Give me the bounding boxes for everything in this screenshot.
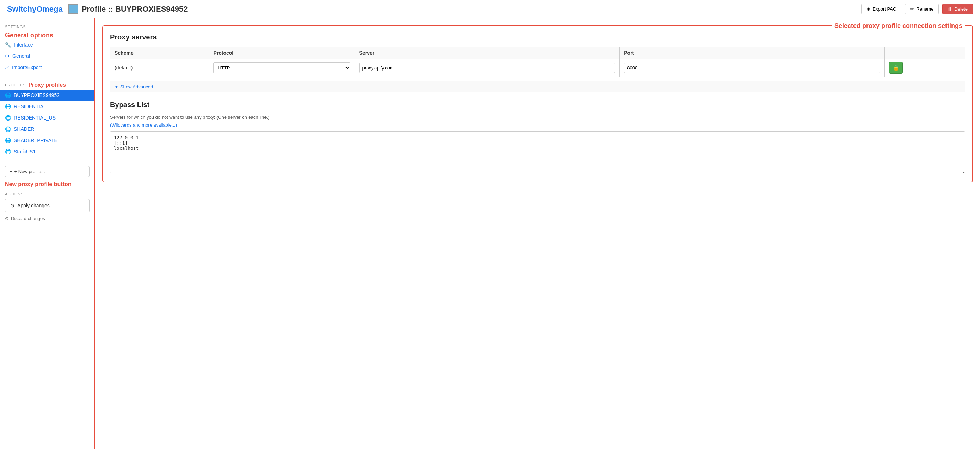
scheme-cell: (default)	[110, 59, 209, 77]
profile-title-area: Profile :: BUYPROXIES94952	[68, 4, 188, 14]
plus-icon: +	[10, 169, 12, 174]
general-options-annotation: General options	[0, 30, 94, 39]
discard-changes-link[interactable]: ⊙ Discard changes	[0, 214, 94, 223]
chevron-down-icon: ▼	[114, 84, 119, 89]
protocol-select[interactable]: HTTP HTTPS SOCKS4 SOCKS5	[213, 62, 350, 73]
main-layout: SETTINGS General options 🔧 Interface ⚙ G…	[0, 18, 980, 449]
show-advanced-link[interactable]: ▼ Show Advanced	[110, 81, 965, 92]
server-cell	[355, 59, 620, 77]
scheme-value: (default)	[115, 65, 132, 70]
protocol-cell: HTTP HTTPS SOCKS4 SOCKS5	[209, 59, 355, 77]
content-inner: Selected proxy profile connection settin…	[102, 25, 973, 182]
export-pac-button[interactable]: ⊕ Export PAC	[861, 3, 901, 14]
apply-changes-icon: ⊙	[10, 203, 14, 208]
sidebar-item-residential[interactable]: 🌐 RESIDENTIAL	[0, 101, 94, 112]
proxy-servers-table: Scheme Protocol Server Port (default)	[110, 47, 965, 77]
export-pac-label: Export PAC	[872, 6, 896, 12]
sidebar-divider	[0, 76, 94, 76]
profile-name-static-us1: StaticUS1	[14, 149, 36, 154]
sidebar-item-interface[interactable]: 🔧 Interface	[0, 39, 94, 51]
table-row: (default) HTTP HTTPS SOCKS4 SOCKS5	[110, 59, 965, 77]
lock-button[interactable]: 🔒	[889, 62, 903, 74]
protocol-header: Protocol	[209, 47, 355, 59]
profile-name-residential-us: RESIDENTIAL_US	[14, 115, 56, 121]
profile-name-residential: RESIDENTIAL	[14, 103, 46, 109]
sidebar-item-shader-private[interactable]: 🌐 SHADER_PRIVATE	[0, 135, 94, 146]
rename-icon: ✏	[910, 6, 914, 12]
apply-changes-button[interactable]: ⊙ Apply changes	[5, 199, 89, 212]
wildcards-link[interactable]: (Wildcards and more available...)	[110, 123, 177, 127]
globe-icon-residential: 🌐	[5, 103, 11, 109]
bypass-list-title: Bypass List	[110, 101, 965, 109]
globe-icon-buyproxies: 🌐	[5, 92, 11, 98]
port-input[interactable]	[624, 63, 880, 73]
header: SwitchyOmega Profile :: BUYPROXIES94952 …	[0, 0, 980, 18]
apply-changes-label: Apply changes	[17, 203, 50, 208]
proxy-servers-title: Proxy servers	[110, 33, 965, 41]
general-label: General	[12, 53, 30, 59]
bypass-textarea[interactable]: 127.0.0.1 [::1] localhost	[110, 131, 965, 173]
server-header: Server	[355, 47, 620, 59]
header-left: SwitchyOmega Profile :: BUYPROXIES94952	[7, 4, 188, 14]
port-cell	[620, 59, 885, 77]
scheme-header: Scheme	[110, 47, 209, 59]
export-pac-icon: ⊕	[867, 6, 870, 12]
discard-icon: ⊙	[5, 216, 9, 221]
globe-icon-shader: 🌐	[5, 126, 11, 132]
new-profile-label: + New profile...	[14, 169, 45, 174]
profile-title: Profile :: BUYPROXIES94952	[82, 5, 188, 14]
globe-icon-residential-us: 🌐	[5, 115, 11, 121]
sidebar-item-general[interactable]: ⚙ General	[0, 51, 94, 62]
profile-name-buyproxies: BUYPROXIES94952	[14, 92, 60, 98]
selected-label: Selected proxy profile connection settin…	[832, 22, 965, 30]
show-advanced-label: Show Advanced	[120, 84, 153, 89]
profile-color-icon	[68, 4, 78, 14]
wrench-icon: 🔧	[5, 42, 11, 48]
lock-icon: 🔒	[893, 65, 899, 70]
profiles-section-label: PROFILES	[5, 83, 25, 87]
new-profile-button[interactable]: + + New profile...	[5, 166, 89, 177]
app-title: SwitchyOmega	[7, 5, 63, 14]
gear-icon: ⚙	[5, 53, 10, 59]
sidebar-divider-2	[0, 160, 94, 161]
bypass-section: Bypass List Servers for which you do not…	[110, 101, 965, 175]
actions-section-label: ACTIONS	[0, 189, 94, 197]
lock-cell: 🔒	[885, 59, 965, 77]
globe-icon-shader-private: 🌐	[5, 137, 11, 143]
profiles-header: PROFILES Proxy profiles	[0, 79, 94, 89]
sidebar-item-import-export[interactable]: ⇄ Import/Export	[0, 62, 94, 73]
delete-icon: 🗑	[948, 6, 952, 12]
delete-button[interactable]: 🗑 Delete	[942, 3, 973, 14]
import-export-icon: ⇄	[5, 65, 9, 70]
profile-name-shader-private: SHADER_PRIVATE	[14, 137, 57, 143]
proxy-profiles-annotation: Proxy profiles	[28, 82, 66, 88]
import-export-label: Import/Export	[12, 65, 41, 70]
rename-label: Rename	[916, 6, 934, 12]
sidebar-item-shader[interactable]: 🌐 SHADER	[0, 123, 94, 135]
sidebar-item-buyproxies94952[interactable]: 🌐 BUYPROXIES94952	[0, 89, 94, 101]
lock-header	[885, 47, 965, 59]
settings-section-label: SETTINGS	[0, 22, 94, 30]
table-header-row: Scheme Protocol Server Port	[110, 47, 965, 59]
sidebar: SETTINGS General options 🔧 Interface ⚙ G…	[0, 18, 95, 449]
rename-button[interactable]: ✏ Rename	[905, 3, 939, 14]
interface-label: Interface	[14, 42, 33, 48]
profile-name-shader: SHADER	[14, 126, 34, 132]
bypass-description: Servers for which you do not want to use…	[110, 115, 965, 120]
port-header: Port	[620, 47, 885, 59]
content-area: Selected proxy profile connection settin…	[95, 18, 980, 449]
header-actions: ⊕ Export PAC ✏ Rename 🗑 Delete	[861, 3, 973, 14]
sidebar-item-static-us1[interactable]: 🌐 StaticUS1	[0, 146, 94, 157]
discard-changes-label: Discard changes	[11, 216, 45, 221]
server-input[interactable]	[359, 63, 616, 73]
sidebar-item-residential-us[interactable]: 🌐 RESIDENTIAL_US	[0, 112, 94, 123]
new-profile-annotation: New proxy profile button	[0, 180, 94, 189]
globe-icon-static-us1: 🌐	[5, 149, 11, 154]
delete-label: Delete	[954, 6, 968, 12]
